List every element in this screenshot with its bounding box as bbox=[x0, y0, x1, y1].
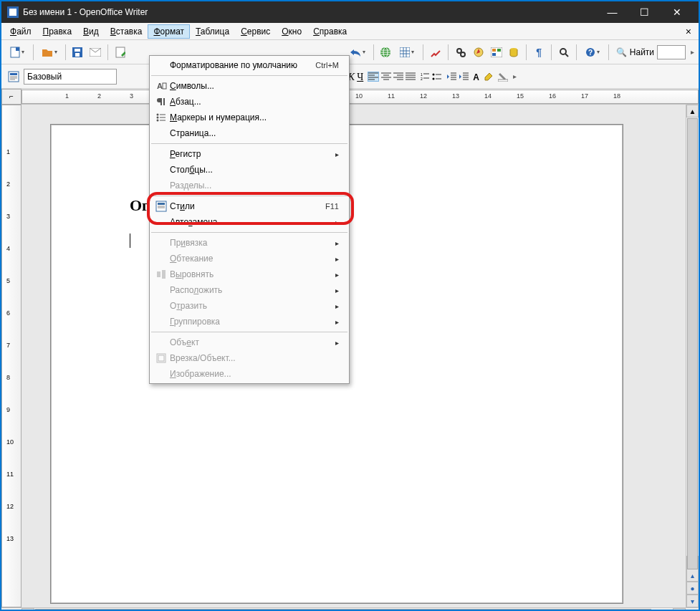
edit-doc-button[interactable] bbox=[112, 44, 128, 60]
align-center-button[interactable] bbox=[381, 72, 391, 81]
find-label: Найти bbox=[630, 47, 654, 57]
open-button[interactable] bbox=[38, 44, 61, 60]
background-color-button[interactable] bbox=[498, 72, 508, 82]
highlight-button[interactable] bbox=[484, 72, 494, 82]
hruler-tick: 16 bbox=[549, 92, 556, 100]
menu-item-изображение: Изображение... bbox=[150, 366, 349, 382]
menu-item-label: Привязка bbox=[170, 238, 335, 248]
increase-indent-button[interactable] bbox=[459, 72, 469, 81]
menu-формат[interactable]: Формат bbox=[148, 24, 190, 39]
font-color-button[interactable]: A bbox=[473, 70, 479, 83]
find-input[interactable] bbox=[657, 45, 686, 59]
menu-сервис[interactable]: Сервис bbox=[235, 24, 276, 39]
find-button[interactable] bbox=[453, 44, 469, 60]
menubar: ФайлПравкаВидВставкаФорматТаблицаСервисО… bbox=[1, 23, 699, 40]
menu-item-label: Обтекание bbox=[170, 254, 335, 264]
menu-item-привязка: Привязка▸ bbox=[150, 235, 349, 251]
help-button[interactable]: ? bbox=[581, 44, 604, 60]
paragraph-style-combo[interactable] bbox=[24, 69, 117, 85]
frame-icon bbox=[153, 353, 170, 363]
gallery-button[interactable] bbox=[489, 44, 504, 60]
new-doc-button[interactable] bbox=[6, 44, 29, 60]
menu-item-label: Символы... bbox=[170, 81, 339, 91]
minimize-button[interactable]: — bbox=[596, 1, 628, 23]
svg-point-35 bbox=[157, 120, 159, 122]
toolbar2-overflow-icon[interactable]: ▸ bbox=[513, 72, 517, 80]
horizontal-scrollbar[interactable]: ◀ ▶ bbox=[21, 608, 686, 611]
toolbar-standard: ¶ ? 🔍 Найти ▸ bbox=[1, 40, 699, 64]
draw-button[interactable] bbox=[428, 44, 444, 60]
submenu-arrow-icon: ▸ bbox=[335, 318, 339, 326]
submenu-arrow-icon: ▸ bbox=[335, 239, 339, 247]
menu-item-символы[interactable]: AСимволы... bbox=[150, 78, 349, 94]
email-button[interactable] bbox=[87, 44, 103, 60]
vruler-tick: 6 bbox=[6, 309, 10, 317]
table-button[interactable] bbox=[395, 44, 418, 60]
vscroll-thumb[interactable] bbox=[687, 118, 698, 569]
menu-вид[interactable]: Вид bbox=[77, 24, 105, 39]
hyperlink-button[interactable] bbox=[378, 44, 394, 60]
menu-item-стили[interactable]: СтилиF11 bbox=[150, 198, 349, 214]
navigator-button[interactable] bbox=[471, 44, 486, 60]
hruler-tick: 3 bbox=[130, 92, 133, 100]
decrease-indent-button[interactable] bbox=[446, 72, 456, 81]
close-button[interactable]: ✕ bbox=[661, 1, 693, 23]
prev-page-button[interactable]: ▴ bbox=[686, 569, 699, 582]
underline-button[interactable]: Ч bbox=[357, 70, 363, 83]
submenu-arrow-icon: ▸ bbox=[335, 302, 339, 310]
ruler-corner: ⌐ bbox=[1, 89, 21, 105]
menu-item-форматированиепоумолчанию[interactable]: Форматирование по умолчаниюCtrl+M bbox=[150, 57, 349, 73]
toolbar-overflow-icon[interactable]: ▸ bbox=[691, 48, 694, 56]
menu-правка[interactable]: Правка bbox=[37, 24, 78, 39]
menu-справка[interactable]: Справка bbox=[307, 24, 353, 39]
numbered-list-button[interactable]: 12 bbox=[420, 72, 430, 81]
menu-item-регистр[interactable]: Регистр▸ bbox=[150, 146, 349, 162]
next-page-button[interactable]: ▾ bbox=[686, 595, 699, 607]
submenu-arrow-icon: ▸ bbox=[335, 339, 339, 347]
horizontal-ruler[interactable]: 123456789101112131415161718 bbox=[21, 90, 699, 104]
hscroll-row: ◀ ▶ bbox=[1, 607, 699, 611]
menu-item-label: Группировка bbox=[170, 317, 335, 327]
datasources-button[interactable] bbox=[507, 44, 522, 60]
menu-item-маркерыинумерация[interactable]: Маркеры и нумерация... bbox=[150, 110, 349, 125]
scroll-right-button[interactable]: ▶ bbox=[673, 608, 686, 611]
menu-item-label: Расположить bbox=[170, 285, 335, 295]
align-left-button[interactable] bbox=[368, 72, 379, 82]
submenu-arrow-icon: ▸ bbox=[335, 255, 339, 263]
hruler-tick: 10 bbox=[355, 92, 363, 100]
styles-icon-button[interactable] bbox=[6, 69, 21, 85]
menu-item-label: Выровнять bbox=[170, 269, 335, 279]
bullet-list-button[interactable] bbox=[432, 72, 442, 81]
menu-вставка[interactable]: Вставка bbox=[105, 24, 148, 39]
zoom-button[interactable] bbox=[556, 44, 572, 60]
vertical-scrollbar[interactable]: ▲ ▼ ▴ ● ▾ bbox=[686, 105, 699, 607]
menu-item-столбцы[interactable]: Столбцы... bbox=[150, 162, 349, 178]
nonprinting-button[interactable]: ¶ bbox=[531, 44, 547, 60]
scroll-left-button[interactable]: ◀ bbox=[21, 608, 34, 611]
svg-rect-38 bbox=[157, 271, 160, 277]
menu-item-расположить: Расположить▸ bbox=[150, 282, 349, 298]
maximize-button[interactable]: ☐ bbox=[628, 1, 661, 23]
svg-rect-1 bbox=[9, 9, 16, 16]
vertical-ruler[interactable]: 12345678910111213 bbox=[1, 105, 21, 607]
menu-файл[interactable]: Файл bbox=[4, 24, 37, 39]
vruler-tick: 12 bbox=[6, 503, 14, 510]
align-justify-button[interactable] bbox=[406, 72, 416, 81]
format-menu-dropdown: Форматирование по умолчаниюCtrl+MAСимвол… bbox=[149, 55, 350, 384]
save-button[interactable] bbox=[70, 44, 86, 60]
scroll-up-button[interactable]: ▲ bbox=[686, 105, 699, 117]
align-right-button[interactable] bbox=[393, 72, 403, 81]
svg-point-13 bbox=[461, 52, 465, 57]
menu-item-страница[interactable]: Страница... bbox=[150, 125, 349, 141]
menu-item-label: Разделы... bbox=[170, 181, 339, 191]
doc-close-button[interactable]: × bbox=[681, 26, 696, 37]
menu-окно[interactable]: Окно bbox=[276, 24, 307, 39]
vruler-tick: 7 bbox=[6, 342, 10, 349]
menu-таблица[interactable]: Таблица bbox=[190, 24, 235, 39]
nav-browse-button[interactable]: ● bbox=[686, 582, 699, 595]
hruler-tick: 17 bbox=[581, 92, 588, 100]
menu-item-автозамена[interactable]: Автозамена▸ bbox=[150, 214, 349, 230]
menu-item-label: Объект bbox=[170, 337, 335, 347]
svg-rect-41 bbox=[158, 355, 164, 361]
menu-item-абзац[interactable]: Абзац... bbox=[150, 94, 349, 110]
